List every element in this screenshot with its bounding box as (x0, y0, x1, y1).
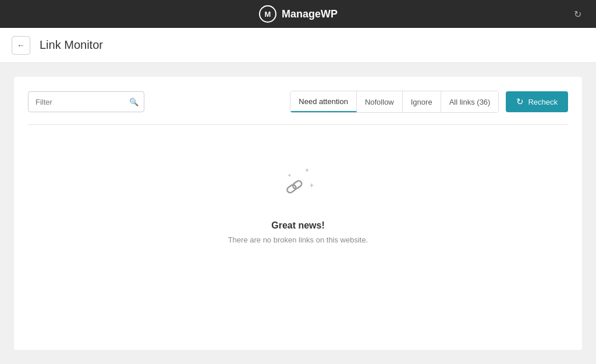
filter-input[interactable] (28, 91, 144, 112)
topbar: M ManageWP ↻ (0, 0, 596, 28)
svg-text:+: + (305, 166, 309, 174)
main-content: 🔍 Need attention Nofollow Ignore All lin… (0, 63, 596, 364)
toolbar: 🔍 Need attention Nofollow Ignore All lin… (28, 91, 568, 113)
tab-nofollow[interactable]: Nofollow (357, 91, 403, 112)
svg-text:+: + (288, 172, 291, 179)
empty-state: + + + Great news! There are no broken li… (28, 125, 568, 267)
logo: M ManageWP (258, 5, 338, 23)
recheck-label: Recheck (528, 98, 558, 106)
tab-all-links[interactable]: All links (36) (441, 91, 499, 112)
broken-link-icon: + + + (275, 160, 321, 206)
card: 🔍 Need attention Nofollow Ignore All lin… (14, 77, 582, 350)
refresh-icon: ↻ (574, 9, 581, 20)
tab-group: Need attention Nofollow Ignore All links… (290, 91, 499, 113)
page-title: Link Monitor (40, 38, 103, 52)
toolbar-right: Need attention Nofollow Ignore All links… (290, 91, 568, 113)
back-button[interactable]: ← (12, 36, 30, 55)
empty-state-icon: + + + (275, 160, 321, 209)
topbar-refresh-button[interactable]: ↻ (568, 5, 587, 23)
recheck-icon: ↻ (516, 97, 524, 107)
tab-need-attention[interactable]: Need attention (290, 91, 357, 112)
recheck-button[interactable]: ↻ Recheck (506, 91, 568, 112)
page-header: ← Link Monitor (0, 28, 596, 63)
svg-text:+: + (310, 181, 314, 190)
back-icon: ← (17, 41, 25, 50)
svg-text:M: M (265, 10, 271, 19)
empty-state-title: Great news! (271, 220, 325, 231)
svg-rect-6 (292, 180, 303, 190)
empty-state-description: There are no broken links on this websit… (228, 235, 368, 244)
tab-ignore[interactable]: Ignore (403, 91, 441, 112)
filter-input-wrap: 🔍 (28, 91, 144, 112)
logo-text: ManageWP (282, 8, 338, 20)
managewp-logo-icon: M (258, 5, 277, 23)
